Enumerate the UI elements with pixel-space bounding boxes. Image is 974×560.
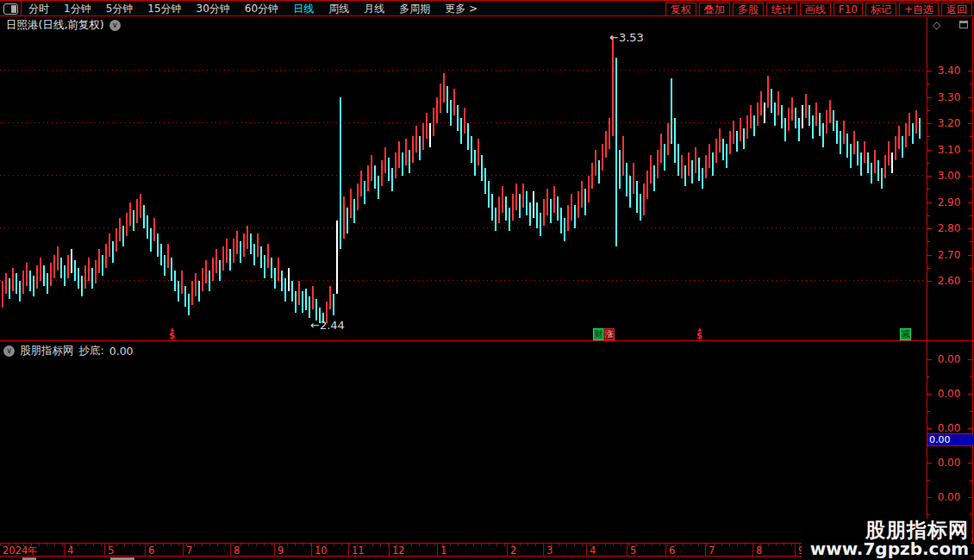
chevron-down-icon[interactable]: ∨: [109, 20, 121, 31]
timeline-month-label: 9: [278, 544, 284, 557]
chart-title-row: 日照港(日线,前复权) ∨: [6, 19, 121, 31]
watermark-url: www.7gpzb.com: [810, 540, 969, 558]
indicator-header: ∨ 股朋指标网 抄底: 0.00: [3, 344, 134, 358]
timeline-month-label: 5: [630, 544, 636, 557]
timeline-month-label: 1: [440, 544, 446, 557]
high-annotation: ←3.53: [609, 31, 644, 44]
timeline-separator: [586, 544, 587, 556]
timeline-month-label: 11: [352, 544, 365, 557]
tdx-app: 分时1分钟5分钟15分钟30分钟60分钟日线周线月线多周期更多 > 复权叠加多股…: [0, 0, 974, 560]
timeline-separator: [795, 544, 796, 556]
panel-divider: [0, 340, 974, 341]
chart-corner-icons: ◇: [933, 19, 968, 31]
timeline-separator: [274, 544, 275, 556]
timeline-separator: [64, 544, 65, 556]
indicator-current-value: 0.00: [927, 433, 973, 446]
timeline-separator: [348, 544, 349, 556]
timeline-month-label: 8: [234, 544, 240, 557]
indicator-value: 0.00: [109, 345, 134, 358]
dividend-marker[interactable]: ▲$: [696, 327, 702, 340]
timeline-month-label: 4: [67, 544, 73, 557]
timeline-week-ticks: [0, 544, 927, 546]
timeline-separator: [627, 544, 627, 556]
timeline-month-label: 6: [669, 544, 675, 557]
timeline-month-label: 8: [756, 544, 762, 557]
low-annotation: ←2.44: [310, 319, 345, 332]
timeline-separator: [145, 544, 146, 556]
timeline-separator: [752, 544, 753, 556]
timeline-separator: [705, 544, 706, 556]
event-marker-涨[interactable]: 涨: [603, 328, 615, 340]
watermark-site-name: 股朋指标网: [810, 520, 969, 540]
timeline-month-label: 10: [315, 544, 328, 557]
timeline-year-label: 2024年: [3, 544, 38, 557]
timeline-month-label: 2: [510, 544, 516, 557]
indicator-label: 抄底:: [79, 344, 104, 358]
timeline-month-label: 7: [709, 544, 715, 557]
timeline-separator: [104, 544, 105, 556]
timeline-separator: [183, 544, 184, 556]
watermark: 股朋指标网 www.7gpzb.com: [802, 519, 971, 558]
timeline-separator: [389, 544, 390, 556]
timeline-separator: [311, 544, 312, 556]
timeline-month-label: 3: [546, 544, 553, 557]
timeline-separator: [507, 544, 508, 556]
indicator-source: 股朋指标网: [20, 344, 74, 358]
timeline-month-label: 7: [186, 544, 192, 557]
diamond-icon[interactable]: ◇: [933, 19, 940, 31]
dollar-icon: $: [169, 332, 175, 340]
dividend-marker[interactable]: ▲$: [169, 327, 175, 340]
chart-title: 日照港(日线,前复权): [6, 18, 104, 33]
dollar-icon: $: [696, 332, 702, 340]
timeline-month-label: 4: [590, 544, 596, 557]
timeline-month-label: 6: [148, 544, 154, 557]
timeline-separator: [543, 544, 544, 556]
event-marker-layer: ▲$财涨▲$减: [0, 0, 974, 560]
timeline-separator: [230, 544, 231, 556]
timeline-separator: [437, 544, 438, 556]
chevron-down-icon[interactable]: ∨: [3, 345, 15, 357]
timeline-month-label: 12: [392, 544, 405, 557]
event-marker-减[interactable]: 减: [900, 328, 911, 340]
timeline-month-label: 5: [108, 544, 114, 557]
maximize-icon[interactable]: [959, 21, 968, 28]
timeline-separator: [665, 544, 666, 556]
